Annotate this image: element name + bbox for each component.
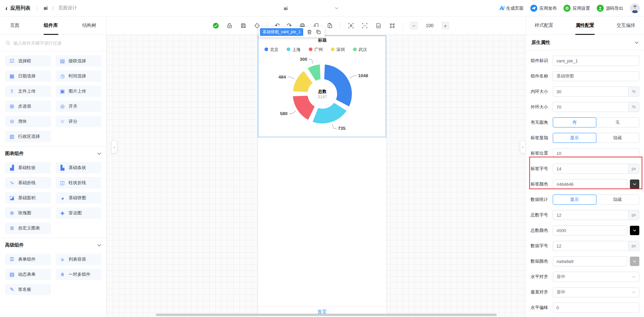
save-icon[interactable]	[240, 22, 247, 29]
panel-tab-样式配置[interactable]: 样式配置	[535, 16, 553, 35]
data-color-swatch-button[interactable]	[630, 257, 639, 266]
panel-tab-交互编排[interactable]: 交互编排	[616, 16, 635, 35]
label-font-size-input[interactable]	[553, 166, 628, 171]
component-级联选择[interactable]: ▤级联选择	[56, 55, 102, 67]
frame-icon[interactable]	[389, 22, 395, 29]
generate-page-button[interactable]: Ai生成页面	[499, 5, 524, 11]
legend-label[interactable]: 上海	[292, 47, 301, 52]
ai-logo-icon: Ai	[499, 5, 504, 11]
delete-component-icon[interactable]	[307, 29, 312, 35]
back-icon[interactable]: ‹	[5, 5, 8, 11]
lock-check-icon[interactable]	[226, 22, 233, 29]
data-font-size-input[interactable]	[553, 244, 628, 249]
sidebar-tab-结构树[interactable]: 结构树	[82, 16, 96, 35]
legend-label[interactable]: 武汉	[358, 47, 367, 52]
component-图片上传[interactable]: ▣图片上传	[56, 86, 102, 97]
component-基础柱状[interactable]: ▟基础柱状	[5, 162, 51, 173]
horizontal-align-select[interactable]: 居中	[553, 272, 639, 282]
doc-check-icon[interactable]	[375, 22, 382, 29]
check-circle-icon[interactable]	[212, 22, 219, 29]
component-列表容器[interactable]: ≡列表容器	[56, 254, 102, 265]
component-id-input[interactable]	[553, 58, 639, 63]
native-props-section[interactable]: 原生属性	[526, 35, 644, 50]
inner-ring-size-input[interactable]	[553, 89, 628, 94]
page-select-value: ai	[284, 6, 288, 11]
component-柱状折线[interactable]: ◫柱状折线	[56, 177, 102, 189]
code-scan-icon[interactable]: </>	[361, 22, 368, 29]
toolbar-divider	[402, 22, 403, 29]
component-基础折线[interactable]: ∿基础折线	[5, 177, 51, 189]
component-玫瑰图[interactable]: ⊛玫瑰图	[5, 207, 51, 219]
total-font-size-input[interactable]	[553, 213, 628, 218]
pie-slice-北京[interactable]	[323, 63, 353, 108]
paper-plane-icon	[530, 5, 537, 12]
rounded-corner-option-无[interactable]: 无	[596, 117, 640, 127]
component-一对多组件[interactable]: ⋔一对多组件	[56, 269, 102, 280]
horizontal-offset-input[interactable]	[553, 305, 639, 310]
data-statistics-option-显示[interactable]: 显示	[553, 195, 596, 205]
sidebar-tab-页面[interactable]: 页面	[10, 16, 19, 35]
eye-scan-icon[interactable]	[347, 22, 354, 29]
component-签名板[interactable]: ✎签名板	[5, 284, 51, 295]
field-label: 数据统计	[531, 197, 553, 203]
app-settings-button[interactable]: 应用设置	[564, 5, 590, 12]
file-upload-icon: ⇧	[9, 88, 15, 94]
component-时间选择[interactable]: ◷时间选择	[56, 70, 102, 82]
component-基础饼图[interactable]: ◕基础饼图	[56, 192, 102, 204]
component-label: 时间选择	[69, 73, 86, 79]
component-评分[interactable]: ☆评分	[56, 116, 102, 127]
component-开关[interactable]: ◎开关	[56, 101, 102, 112]
user-avatar[interactable]	[630, 3, 640, 13]
pie-chart-component[interactable]: 标题 北京上海广州深圳武汉1048735580484300 总数 3147	[258, 36, 386, 137]
component-步进器[interactable]: ⊞步进器	[5, 101, 51, 112]
back-app-list[interactable]: 应用列表	[10, 5, 31, 11]
legend-label[interactable]: 深圳	[336, 47, 345, 52]
total-color-swatch-button[interactable]	[630, 226, 639, 235]
component-雷达图[interactable]: ◈雷达图	[56, 207, 102, 219]
component-动态表单[interactable]: ▧动态表单	[5, 269, 51, 280]
legend-label[interactable]: 北京	[270, 47, 279, 52]
panel-tab-属性配置[interactable]: 属性配置	[576, 16, 594, 35]
label-visibility-option-隐藏[interactable]: 隐藏	[596, 133, 640, 143]
label-position-input[interactable]	[553, 151, 639, 156]
phone-page[interactable]: 标题 北京上海广州深圳武汉1048735580484300 总数 3147 首页	[258, 36, 386, 317]
group-header[interactable]: 高级组件	[5, 238, 101, 252]
zoom-in-button[interactable]: +	[441, 21, 449, 30]
rounded-corner-option-有[interactable]: 有	[553, 117, 596, 127]
page-select[interactable]: ai	[284, 0, 338, 16]
vertical-align-select[interactable]: 居中	[553, 287, 639, 297]
component-文件上传[interactable]: ⇧文件上传	[5, 86, 51, 97]
data-statistics-option-隐藏[interactable]: 隐藏	[596, 195, 640, 205]
data-color-input[interactable]	[553, 259, 627, 264]
outer-ring-size-input[interactable]	[553, 105, 628, 110]
legend-label[interactable]: 广州	[314, 47, 323, 52]
component-日期选择[interactable]: ▦日期选择	[5, 70, 51, 82]
app-publish-button[interactable]: 应用发布	[530, 5, 557, 12]
copy-component-icon[interactable]	[316, 29, 321, 35]
component-选择框[interactable]: ☑选择框	[5, 55, 51, 67]
field-label-position: 标签位置	[531, 146, 639, 161]
component-自定义图表[interactable]: ≣自定义图表	[5, 222, 51, 234]
canvas-grid[interactable]: 标题 北京上海广州深圳武汉1048735580484300 总数 3147 首页	[107, 35, 526, 317]
group-header[interactable]: 图表组件	[5, 147, 101, 161]
breadcrumb-app[interactable]: ai	[44, 5, 48, 11]
label-color-swatch-button[interactable]	[630, 179, 639, 189]
component-基础面积[interactable]: ◪基础面积	[5, 192, 51, 204]
search-input[interactable]	[13, 41, 101, 46]
component-滑块[interactable]: ⊝滑块	[5, 116, 51, 127]
label-visibility-option-显示[interactable]: 显示	[553, 133, 596, 143]
collapse-left-panel-handle[interactable]: ‹	[111, 141, 117, 153]
component-name-input[interactable]	[553, 74, 639, 79]
zoom-out-button[interactable]: −	[410, 21, 418, 30]
paste-icon[interactable]	[326, 22, 333, 29]
component-行政区选择[interactable]: ▥行政区选择	[5, 131, 51, 142]
total-color-input[interactable]	[553, 228, 627, 233]
code-export-button[interactable]: 源码导出	[597, 5, 623, 12]
horizontal-scrollbar[interactable]	[156, 314, 497, 316]
sidebar-tab-组件库[interactable]: 组件库	[44, 16, 58, 35]
collapse-right-panel-handle[interactable]: ›	[520, 141, 526, 153]
label-color-input[interactable]	[553, 182, 627, 187]
component-基础条状[interactable]: ▙基础条状	[56, 162, 102, 173]
zoom-level: 100	[426, 23, 433, 28]
component-表单组件[interactable]: ☰表单组件	[5, 254, 51, 265]
